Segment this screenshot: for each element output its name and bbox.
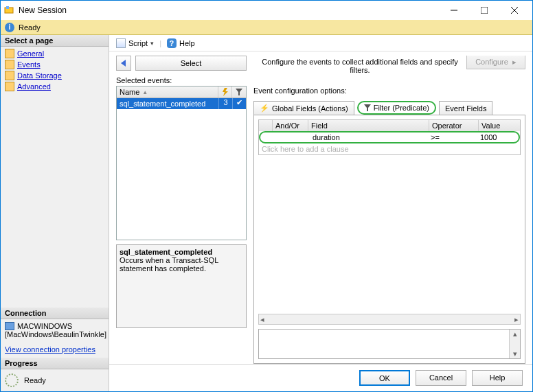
progress-heading: Progress <box>1 358 109 369</box>
pred-field: duration <box>310 132 428 142</box>
event-row[interactable]: sql_statement_completed 3 ✔ <box>117 98 246 109</box>
filter-pane: And/Or Field Operator Value duration >= … <box>253 115 525 364</box>
svg-marker-6 <box>121 60 126 67</box>
svg-rect-1 <box>6 6 9 9</box>
progress-state: Ready <box>24 376 46 384</box>
page-icon <box>5 71 14 80</box>
selected-events-grid: Name▲ sql_statement_completed 3 ✔ <box>116 86 247 240</box>
col-andor[interactable]: And/Or <box>273 120 308 131</box>
svg-rect-3 <box>481 7 488 14</box>
chevron-left-icon: ◂ <box>260 315 264 324</box>
col-filter-icon[interactable] <box>232 87 246 97</box>
col-value[interactable]: Value <box>479 120 520 131</box>
configure-button: Configure▸ <box>466 56 525 69</box>
add-clause-link[interactable]: Click here to add a clause <box>259 143 520 154</box>
sidebar-item-events[interactable]: Events <box>2 59 107 70</box>
chevron-right-icon: ▸ <box>514 315 519 324</box>
h-scrollbar[interactable]: ◂▸ <box>258 314 521 325</box>
tab-event-fields[interactable]: Event Fields <box>439 101 493 115</box>
col-field[interactable]: Field <box>308 120 429 131</box>
script-icon <box>116 38 126 48</box>
tab-global-fields[interactable]: ⚡Global Fields (Actions) <box>253 101 354 115</box>
chevron-up-icon: ▴ <box>513 330 517 338</box>
sidebar-item-data-storage[interactable]: Data Storage <box>2 70 107 81</box>
svg-marker-7 <box>223 88 228 96</box>
svg-marker-9 <box>364 104 371 111</box>
back-button[interactable] <box>116 56 131 71</box>
help-dialog-button[interactable]: Help <box>472 370 523 386</box>
col-name[interactable]: Name▲ <box>117 87 218 97</box>
status-text: Ready <box>19 23 41 32</box>
svg-marker-8 <box>236 89 242 95</box>
server-icon <box>5 322 14 330</box>
connection-user: [MacWindows\BeaulinTwinkle] <box>5 330 104 338</box>
info-icon: i <box>5 23 14 32</box>
view-connection-link[interactable]: View connection properties <box>1 345 109 354</box>
close-button[interactable] <box>499 1 530 20</box>
tab-strip: ⚡Global Fields (Actions) Filter (Predica… <box>253 100 525 115</box>
dropdown-icon: ▾ <box>150 40 154 47</box>
chevron-right-icon: ▸ <box>512 58 517 67</box>
selected-events-label: Selected events: <box>116 76 247 84</box>
select-button[interactable]: Select <box>135 56 247 71</box>
app-icon <box>3 5 14 16</box>
pred-value: 1000 <box>477 132 519 142</box>
description-title: sql_statement_completed <box>120 248 243 256</box>
connection-box: MACWINDOWS [MacWindows\BeaulinTwinkle] <box>1 319 109 341</box>
sort-asc-icon: ▲ <box>142 89 148 95</box>
minimize-button[interactable] <box>439 1 469 20</box>
ok-button[interactable]: OK <box>359 370 410 386</box>
server-name: MACWINDOWS <box>17 322 72 330</box>
spinner-icon <box>5 373 19 387</box>
predicate-row[interactable]: duration >= 1000 <box>259 131 520 143</box>
sidebar-item-advanced[interactable]: Advanced <box>2 81 107 92</box>
window-title: New Session <box>19 5 439 15</box>
config-options-label: Event configuration options: <box>253 87 525 95</box>
sidebar: Select a page General Events Data Storag… <box>1 35 109 391</box>
description-box: sql_statement_completed Occurs when a Tr… <box>116 244 247 328</box>
chevron-down-icon: ▾ <box>513 349 517 358</box>
toolbar: Script▾ | ?Help <box>109 35 532 51</box>
dialog-buttons: OK Cancel Help <box>109 364 532 391</box>
status-bar: i Ready <box>1 20 532 35</box>
connection-heading: Connection <box>1 308 109 319</box>
help-button[interactable]: ?Help <box>164 37 198 49</box>
script-button[interactable]: Script▾ <box>113 37 157 49</box>
page-icon <box>5 60 14 69</box>
tab-filter-predicate[interactable]: Filter (Predicate) <box>357 101 436 115</box>
event-action-count: 3 <box>218 98 232 109</box>
funnel-icon <box>364 104 371 111</box>
description-body: Occurs when a Transact-SQL statement has… <box>120 256 243 273</box>
page-icon <box>5 82 14 91</box>
sidebar-item-general[interactable]: General <box>2 48 107 59</box>
bolt-icon: ⚡ <box>260 104 269 113</box>
pred-operator: >= <box>428 132 477 142</box>
page-icon <box>5 49 14 58</box>
fields-listbox[interactable]: ▴▾ <box>258 329 521 359</box>
title-bar: New Session <box>1 1 532 20</box>
col-actions-icon[interactable] <box>218 87 232 97</box>
v-scrollbar[interactable]: ▴▾ <box>509 330 520 358</box>
progress-box: Ready <box>1 369 109 391</box>
sidebar-heading: Select a page <box>1 35 109 47</box>
cancel-button[interactable]: Cancel <box>416 370 466 386</box>
event-filter-check: ✔ <box>232 98 246 109</box>
predicate-grid: And/Or Field Operator Value duration >= … <box>258 119 521 155</box>
col-operator[interactable]: Operator <box>429 120 479 131</box>
maximize-button[interactable] <box>469 1 499 20</box>
help-icon: ? <box>167 38 177 48</box>
